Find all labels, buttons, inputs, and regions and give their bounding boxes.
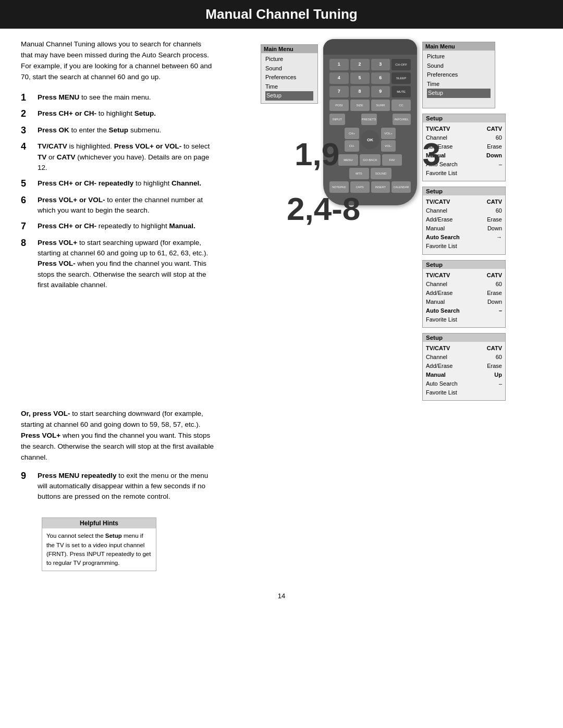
step-9: 9 Press MENU repeatedly to exit the menu… xyxy=(21,471,214,502)
btn-fav[interactable]: FAV xyxy=(382,154,402,166)
setup-row-favlist-4: Favorite List xyxy=(426,388,502,397)
setup-row-channel-3: Channel 60 xyxy=(426,280,502,289)
bottom-content: Or, press VOL- to start searching downwa… xyxy=(21,409,542,507)
rmenu-sound: Sound xyxy=(427,61,491,71)
menu-item-sound: Sound xyxy=(265,64,313,73)
setup-content-3: TV/CATV CATV Channel 60 Add/Erase Erase xyxy=(423,269,505,327)
step-num-6: 6 xyxy=(21,195,32,206)
btn-size[interactable]: SIZE xyxy=(350,100,370,111)
setup-row-tvcatv-2: TV/CATV CATV xyxy=(426,198,502,206)
step-5: 5 Press CH+ or CH- repeatedly to highlig… xyxy=(21,178,214,190)
step-8: 8 Press VOL+ to start searching upward (… xyxy=(21,238,214,290)
btn-row-3: 7 8 9 MUTE xyxy=(329,86,411,97)
main-menu-title-small: Main Menu xyxy=(261,45,317,53)
setup-row-favlist-2: Favorite List xyxy=(426,242,502,251)
or-press-text: Or, press VOL- to start searching downwa… xyxy=(21,409,214,463)
step-num-1: 1 xyxy=(21,92,32,104)
setup-row-manual-3: Manual Down xyxy=(426,298,502,306)
nav-area: INPUT PRESETS INFO/REL xyxy=(329,114,411,125)
right-panels: Main Menu Picture Sound Preferences Time… xyxy=(422,42,506,401)
btn-cc[interactable]: CC xyxy=(391,100,411,111)
step-num-9: 9 xyxy=(21,471,32,482)
main-menu-content-small: Picture Sound Preferences Time Setup xyxy=(261,53,317,103)
rmenu-spacer xyxy=(427,98,491,105)
step-text-6: Press VOL+ or VOL- to enter the channel … xyxy=(38,195,214,216)
step-num-3: 3 xyxy=(21,125,32,137)
step-6: 6 Press VOL+ or VOL- to enter the channe… xyxy=(21,195,214,216)
step-text-8: Press VOL+ to start searching upward (fo… xyxy=(38,238,214,290)
rmenu-picture: Picture xyxy=(427,52,491,61)
step-num-2: 2 xyxy=(21,108,32,120)
setup-title-1: Setup xyxy=(423,114,505,122)
btn-choff[interactable]: CH-OFF xyxy=(391,59,411,70)
btn-input[interactable]: INPUT xyxy=(329,114,345,125)
btn-sound[interactable]: SOUND xyxy=(371,168,391,179)
btn-presets[interactable]: PRESETS xyxy=(361,114,377,125)
setup-content-4: TV/CATV CATV Channel 60 Add/Erase Erase xyxy=(423,342,505,400)
setup-row-channel-4: Channel 60 xyxy=(426,353,502,362)
setup-row-autosearch-4: Auto Search – xyxy=(426,379,502,388)
btn-7[interactable]: 7 xyxy=(329,86,349,97)
step-num-4: 4 xyxy=(21,141,32,153)
setup-row-manual-4: Manual Up xyxy=(426,371,502,379)
btn-mts[interactable]: MTS xyxy=(349,168,369,179)
btn-vol-minus[interactable]: VOL- xyxy=(381,140,396,152)
main-menu-right-title: Main Menu xyxy=(423,42,495,51)
main-menu-box-right: Main Menu Picture Sound Preferences Time… xyxy=(422,42,495,108)
menu-item-picture: Picture xyxy=(265,55,313,64)
btn-8[interactable]: 8 xyxy=(350,86,370,97)
btn-row-1: 1 2 3 CH-OFF xyxy=(329,59,411,70)
btn-2[interactable]: 2 xyxy=(350,59,370,70)
step-num-5: 5 xyxy=(21,178,32,190)
setup-row-tvcatv-4: TV/CATV CATV xyxy=(426,344,502,353)
btn-4[interactable]: 4 xyxy=(329,72,349,84)
intro-text: Manual Channel Tuning allows you to sear… xyxy=(21,39,214,83)
right-column: Main Menu Picture Sound Preferences Time… xyxy=(224,39,542,401)
btn-row-2: 4 5 6 SLEEP xyxy=(329,72,411,84)
btn-inforel[interactable]: INFO/REL xyxy=(393,114,411,125)
btn-row-4: POSI SIZE SURR CC xyxy=(329,100,411,111)
step-4: 4 TV/CATV is highlighted. Press VOL+ or … xyxy=(21,141,214,173)
menu-panels-left: Main Menu Picture Sound Preferences Time… xyxy=(261,44,318,104)
title-bar: Manual Channel Tuning xyxy=(0,0,563,29)
step-num-8: 8 xyxy=(21,238,32,249)
btn-calendar[interactable]: CALENDAR xyxy=(391,181,411,193)
hints-title: Helpful Hints xyxy=(42,518,156,528)
setup-row-tvcatv-1: TV/CATV CATV xyxy=(426,125,502,133)
btn-surr[interactable]: SURR xyxy=(371,100,390,111)
btn-ok-center[interactable]: OK xyxy=(361,130,380,149)
step-7: 7 Press CH+ or CH- repeatedly to highlig… xyxy=(21,221,214,232)
main-menu-box-small: Main Menu Picture Sound Preferences Time… xyxy=(261,44,318,104)
btn-ch-minus[interactable]: CH- xyxy=(345,140,359,152)
btn-9[interactable]: 9 xyxy=(371,86,390,97)
btn-insert[interactable]: INSERT xyxy=(371,181,390,193)
left-column: Manual Channel Tuning allows you to sear… xyxy=(21,39,214,401)
btn-posi[interactable]: POSI xyxy=(329,100,349,111)
menu-row: MENU GO BACK FAV xyxy=(329,154,411,166)
step-overlay-248: 2,4-8 xyxy=(287,190,360,227)
btn-ch-plus[interactable]: CH+ xyxy=(345,128,359,139)
setup-row-manual-2: Manual Down xyxy=(426,224,502,233)
setup-title-3: Setup xyxy=(423,261,505,269)
btn-5[interactable]: 5 xyxy=(350,72,370,84)
btn-menu[interactable]: MENU xyxy=(338,154,358,166)
btn-mute[interactable]: MUTE xyxy=(391,86,411,97)
step-text-7: Press CH+ or CH- repeatedly to highlight… xyxy=(38,221,195,231)
btn-sleep[interactable]: SLEEP xyxy=(391,72,411,84)
remote-area: Main Menu Picture Sound Preferences Time… xyxy=(224,39,542,401)
btn-3[interactable]: 3 xyxy=(371,59,390,70)
btn-6[interactable]: 6 xyxy=(371,72,390,84)
setup-row-autosearch-3: Auto Search – xyxy=(426,306,502,315)
setup-row-channel-2: Channel 60 xyxy=(426,206,502,215)
btn-vol-plus[interactable]: VOL+ xyxy=(381,128,396,139)
btn-goback[interactable]: GO BACK xyxy=(360,154,381,166)
setup-content-2: TV/CATV CATV Channel 60 Add/Erase Erase xyxy=(423,195,505,254)
step-1: 1 Press MENU to see the main menu. xyxy=(21,92,214,104)
main-menu-right-content: Picture Sound Preferences Time Setup xyxy=(423,51,495,108)
menu-item-time: Time xyxy=(265,82,313,92)
btn-1[interactable]: 1 xyxy=(329,59,349,70)
steps-list: 1 Press MENU to see the main menu. 2 Pre… xyxy=(21,92,214,290)
step-overlay-19: 1,9 xyxy=(295,135,339,172)
step-3: 3 Press OK to enter the Setup submenu. xyxy=(21,125,214,137)
setup-row-adderase-4: Add/Erase Erase xyxy=(426,362,502,371)
